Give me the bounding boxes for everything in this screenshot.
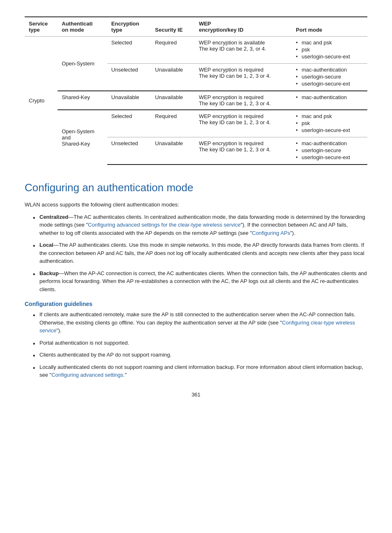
table-cell: Unavailable — [107, 91, 151, 110]
wep-table: Servicetype Authentication mode Encrypti… — [25, 16, 367, 165]
list-item: mac-authentication — [296, 67, 363, 73]
list-item: userlogin-secure — [296, 147, 363, 153]
list-item: mac-authentication — [296, 94, 363, 100]
section-title: Configuring an authentication mode — [25, 181, 367, 194]
table-cell: Shared-Key — [58, 91, 107, 110]
table-cell: Required — [151, 37, 195, 64]
table-cell: mac-authenticationuserlogin-secureuserlo… — [292, 137, 367, 165]
section-intro: WLAN access supports the following clien… — [25, 201, 367, 209]
list-item: mac-authentication — [296, 140, 363, 146]
auth-mode-item: Local—The AP authenticates clients. Use … — [33, 241, 367, 265]
col-header-wep: WEPencryption/key ID — [195, 17, 292, 37]
table-cell: WEP encryption is requiredThe key ID can… — [195, 137, 292, 165]
table-cell: WEP encryption is availableThe key ID ca… — [195, 37, 292, 64]
list-item: userlogin-secure-ext — [296, 127, 363, 133]
table-cell: Unavailable — [151, 91, 195, 110]
page-number: 361 — [25, 392, 367, 398]
auth-mode-item: Backup—When the AP-AC connection is corr… — [33, 269, 367, 294]
table-cell: Open-System and Shared-Key — [58, 110, 107, 165]
guideline-item: Clients authenticated by the AP do not s… — [33, 351, 367, 359]
list-item: mac and psk — [296, 113, 363, 119]
table-cell: Unavailable — [151, 137, 195, 165]
table-cell: Crypto — [25, 37, 58, 165]
link[interactable]: Configuring advanced settings. — [51, 372, 125, 378]
auth-modes-list: Centralized—The AC authenticates clients… — [33, 213, 367, 294]
table-cell: Open-System — [58, 37, 107, 91]
link[interactable]: Configuring clear-type wireless service — [39, 320, 355, 334]
list-item: userlogin-secure-ext — [296, 154, 363, 160]
list-item: userlogin-secure-ext — [296, 81, 363, 87]
table-cell: Required — [151, 110, 195, 137]
list-item: userlogin-secure — [296, 74, 363, 80]
table-cell: WEP encryption is requiredThe key ID can… — [195, 91, 292, 110]
list-item: userlogin-secure-ext — [296, 53, 363, 60]
auth-mode-item: Centralized—The AC authenticates clients… — [33, 213, 367, 237]
table-cell: mac-authentication — [292, 91, 367, 110]
guideline-item: If clients are authenticated remotely, m… — [33, 311, 367, 335]
guidelines-title: Configuration guidelines — [25, 301, 367, 307]
list-item: mac and psk — [296, 39, 363, 46]
list-item: psk — [296, 120, 363, 126]
col-header-service-type: Servicetype — [25, 17, 58, 37]
table-cell: Selected — [107, 37, 151, 64]
list-item: psk — [296, 46, 363, 53]
table-cell: Selected — [107, 110, 151, 137]
table-cell: WEP encryption is requiredThe key ID can… — [195, 64, 292, 91]
table-cell: Unselected — [107, 64, 151, 91]
link[interactable]: Configuring advanced settings for the cl… — [88, 222, 240, 228]
table-cell: mac and pskpskuserlogin-secure-ext — [292, 37, 367, 64]
table-cell: mac-authenticationuserlogin-secureuserlo… — [292, 64, 367, 91]
guideline-item: Locally authenticated clients do not sup… — [33, 363, 367, 379]
col-header-auth-mode: Authentication mode — [58, 17, 107, 37]
table-cell: Unselected — [107, 137, 151, 165]
link[interactable]: Configuring APs — [252, 230, 290, 236]
col-header-security-ie: Security IE — [151, 17, 195, 37]
col-header-encryption-type: Encryptiontype — [107, 17, 151, 37]
guideline-item: Portal authentication is not supported. — [33, 339, 367, 347]
table-cell: mac and pskpskuserlogin-secure-ext — [292, 110, 367, 137]
col-header-port-mode: Port mode — [292, 17, 367, 37]
table-cell: WEP encryption is requiredThe key ID can… — [195, 110, 292, 137]
table-cell: Unavailable — [151, 64, 195, 91]
guidelines-list: If clients are authenticated remotely, m… — [33, 311, 367, 379]
